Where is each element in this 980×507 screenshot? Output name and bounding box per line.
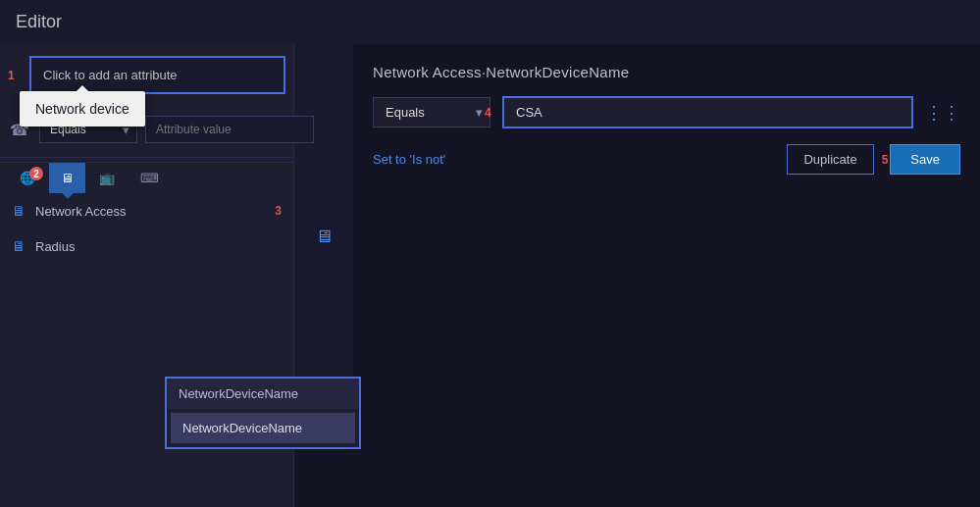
list-item-radius[interactable]: 🖥 Radius (0, 228, 293, 264)
list-item-network-access[interactable]: 🖥 Network Access 3 (0, 193, 293, 228)
action-buttons: Duplicate 5 Save (787, 144, 960, 175)
tab-globe-badge: 2 (29, 167, 43, 180)
grid-icon[interactable]: ⋮⋮ (925, 102, 960, 124)
tab-globe[interactable]: 🌐 2 (8, 163, 47, 193)
dropdown-item-networkdevicename[interactable]: NetworkDeviceName (171, 413, 355, 443)
right-monitor-icon: 🖥 (315, 227, 333, 247)
left-list: 🖥 Network Access 3 🖥 Radius (0, 193, 293, 507)
bottom-empty (294, 430, 980, 507)
duplicate-button[interactable]: Duplicate (787, 144, 873, 175)
dropdown-popup: NetworkDeviceName NetworkDeviceName (165, 377, 361, 449)
radius-icon: 🖥 (12, 238, 26, 254)
left-panel: 1 Click to add an attribute ☎ Equals Not… (0, 44, 294, 507)
network-device-tooltip: Network device (20, 91, 145, 127)
save-button[interactable]: Save (890, 144, 960, 175)
right-panel-top: 🖥 Network Access·NetworkDeviceName Equal… (294, 44, 980, 430)
right-panel: 🖥 Network Access·NetworkDeviceName Equal… (294, 44, 980, 507)
value-badge: 4 (485, 106, 491, 120)
right-equals-select[interactable]: Equals Not Equals Contains (373, 97, 490, 127)
radius-label: Radius (35, 239, 282, 254)
attribute-value-input[interactable] (145, 116, 314, 143)
right-icon-column: 🖥 (294, 44, 353, 430)
terminal-icon: ⌨ (140, 171, 159, 185)
tab-device[interactable]: 📺 (87, 163, 127, 193)
device-icon: 📺 (99, 171, 115, 185)
add-attribute-button[interactable]: Click to add an attribute (29, 56, 285, 94)
network-access-label: Network Access (35, 204, 265, 219)
value-input[interactable] (502, 96, 913, 128)
row-number-1: 1 (8, 69, 22, 82)
save-btn-wrapper: 5 Save (882, 144, 960, 175)
right-content: Network Access·NetworkDeviceName Equals … (353, 44, 980, 430)
right-condition-row: Equals Not Equals Contains 4 ⋮⋮ (373, 96, 960, 128)
value-input-container: 4 (502, 96, 913, 128)
network-access-icon: 🖥 (12, 203, 26, 219)
right-equals-wrapper: Equals Not Equals Contains (373, 97, 490, 127)
save-badge: 5 (882, 153, 889, 167)
monitor-icon: 🖥 (61, 171, 74, 185)
tabs-row: 🌐 2 🖥 📺 ⌨ (0, 162, 293, 193)
right-actions-row: Set to 'Is not' Duplicate 5 Save (373, 144, 960, 175)
set-is-not-button[interactable]: Set to 'Is not' (373, 152, 445, 167)
editor-title: Editor (0, 0, 980, 44)
dropdown-header: NetworkDeviceName (167, 379, 359, 409)
tab-monitor[interactable]: 🖥 (49, 163, 85, 193)
tab-terminal[interactable]: ⌨ (129, 163, 171, 193)
network-access-badge: 3 (275, 204, 282, 218)
right-title: Network Access·NetworkDeviceName (373, 64, 960, 80)
divider (0, 157, 293, 158)
